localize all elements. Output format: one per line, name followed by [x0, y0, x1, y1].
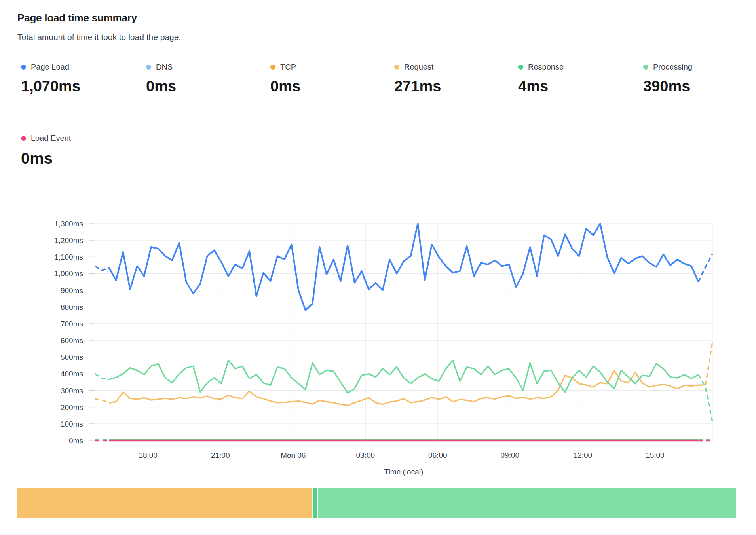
metric-processing: Processing390ms	[629, 62, 739, 95]
metric-label: TCP	[280, 63, 296, 72]
processing-legend-dot	[643, 65, 648, 70]
svg-text:12:00: 12:00	[574, 451, 593, 459]
metric-value: 4ms	[518, 78, 629, 95]
metric-response: Response4ms	[504, 62, 629, 95]
svg-text:300ms: 300ms	[61, 387, 83, 395]
chart-grid	[95, 224, 712, 444]
tcp-legend-dot	[270, 65, 275, 70]
metric-value: 0ms	[21, 150, 176, 167]
metric-label: Load Event	[31, 134, 71, 143]
metrics-row-2: Load Event0ms	[17, 133, 176, 167]
chart-series	[95, 224, 712, 440]
metric-label: Response	[528, 63, 564, 72]
svg-text:1,200ms: 1,200ms	[54, 236, 83, 245]
metric-load-event: Load Event0ms	[17, 133, 176, 167]
svg-text:700ms: 700ms	[61, 320, 83, 328]
svg-text:15:00: 15:00	[646, 451, 665, 459]
metric-request: Request271ms	[380, 62, 504, 95]
load-time-chart-svg[interactable]: 0ms100ms200ms300ms400ms500ms600ms700ms80…	[17, 214, 739, 487]
bar-segment-response-share	[313, 488, 317, 518]
phase-distribution-bar	[17, 488, 739, 518]
svg-text:1,300ms: 1,300ms	[54, 220, 83, 228]
svg-text:09:00: 09:00	[501, 451, 520, 459]
load-event-legend-dot	[21, 136, 26, 141]
svg-text:400ms: 400ms	[61, 370, 83, 378]
metrics-row: Page Load1,070msDNS0msTCP0msRequest271ms…	[17, 62, 739, 95]
svg-text:0ms: 0ms	[69, 436, 83, 445]
bar-segment-processing-share	[318, 488, 736, 518]
metric-value: 390ms	[643, 78, 739, 95]
svg-text:1,000ms: 1,000ms	[54, 269, 83, 278]
response-legend-dot	[518, 65, 523, 70]
page-load-time-summary-panel: Page load time summary Total amount of t…	[0, 0, 756, 535]
svg-text:03:00: 03:00	[356, 451, 375, 459]
page-load-legend-dot	[21, 65, 26, 70]
load-time-chart[interactable]: 0ms100ms200ms300ms400ms500ms600ms700ms80…	[17, 214, 739, 487]
metric-value: 0ms	[270, 78, 380, 95]
series-processing	[95, 360, 712, 422]
chart-axes: 0ms100ms200ms300ms400ms500ms600ms700ms80…	[54, 220, 665, 476]
svg-text:21:00: 21:00	[211, 451, 230, 459]
svg-text:800ms: 800ms	[61, 303, 83, 311]
svg-text:18:00: 18:00	[139, 451, 158, 459]
page-subtitle: Total amount of time it took to load the…	[17, 32, 181, 42]
metric-label: DNS	[156, 63, 173, 72]
svg-text:1,100ms: 1,100ms	[54, 253, 83, 261]
svg-text:Mon 06: Mon 06	[281, 451, 306, 459]
metric-dns: DNS0ms	[132, 62, 256, 95]
svg-text:600ms: 600ms	[61, 336, 83, 345]
bar-segment-request-share	[17, 488, 312, 518]
svg-text:100ms: 100ms	[61, 420, 83, 428]
svg-text:06:00: 06:00	[428, 451, 447, 459]
dns-legend-dot	[146, 65, 151, 70]
svg-text:500ms: 500ms	[61, 353, 83, 361]
request-legend-dot	[394, 65, 399, 70]
metric-value: 0ms	[146, 78, 256, 95]
svg-text:Time (local): Time (local)	[384, 468, 424, 476]
metric-label: Page Load	[31, 63, 69, 72]
series-page-load	[95, 224, 712, 310]
metric-page-load: Page Load1,070ms	[17, 62, 132, 95]
metric-value: 271ms	[394, 78, 504, 95]
metric-value: 1,070ms	[21, 78, 132, 95]
svg-text:200ms: 200ms	[61, 403, 83, 412]
metric-label: Processing	[653, 63, 692, 72]
metric-tcp: TCP0ms	[256, 62, 380, 95]
svg-text:900ms: 900ms	[61, 286, 83, 295]
page-title: Page load time summary	[17, 12, 137, 24]
metric-label: Request	[404, 63, 434, 72]
